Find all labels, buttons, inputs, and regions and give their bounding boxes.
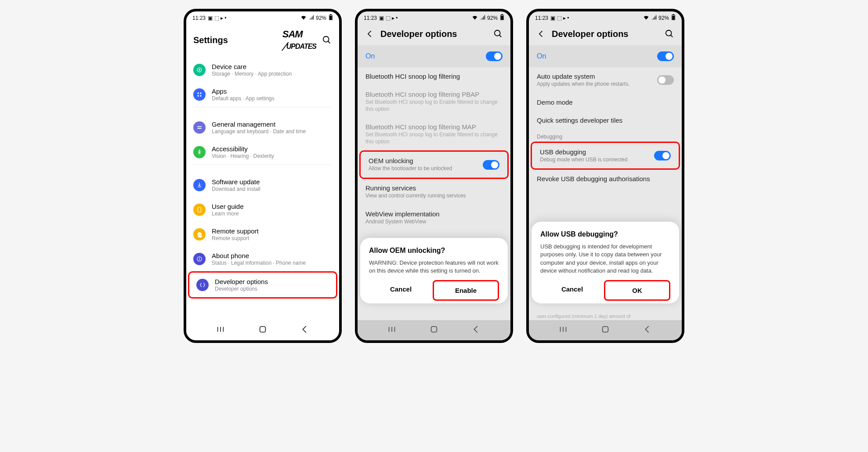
back-button[interactable] — [643, 324, 652, 336]
item-sub: Set Bluetooth HCI snoop log to Enable fi… — [365, 131, 503, 145]
battery-text: 92% — [487, 15, 498, 21]
item-sub: Learn more — [212, 211, 332, 217]
item-quick-settings-tiles[interactable]: Quick settings developer tiles — [529, 111, 682, 129]
svg-point-3 — [323, 36, 329, 42]
search-button[interactable] — [664, 29, 675, 39]
master-toggle-label: On — [537, 52, 657, 60]
software-update-icon — [193, 179, 206, 191]
battery-text: 92% — [316, 15, 326, 21]
dev-options-list: Auto update system Apply updates when th… — [529, 67, 682, 320]
status-icons-left: ▣ ⬚ ▸ • — [206, 15, 227, 21]
dialog-ok-button[interactable]: OK — [604, 280, 670, 301]
settings-item-remote-support[interactable]: Remote support Remote support — [186, 222, 339, 247]
item-oem-unlocking[interactable]: OEM unlocking Allow the bootloader to be… — [359, 150, 509, 179]
home-button[interactable] — [258, 324, 268, 336]
item-webview[interactable]: WebView implementation Android System We… — [358, 205, 510, 231]
dialog-title: Allow OEM unlocking? — [369, 247, 499, 255]
battery-icon — [670, 14, 676, 22]
svg-point-10 — [200, 95, 202, 97]
signal-icon — [479, 15, 486, 21]
back-button[interactable] — [300, 324, 310, 336]
signal-icon — [650, 15, 658, 21]
item-auto-update-system[interactable]: Auto update system Apply updates when th… — [529, 67, 682, 93]
settings-item-about-phone[interactable]: About phone Status · Legal information ·… — [186, 247, 339, 271]
item-title: Bluetooth HCI snoop log filtering PBAP — [365, 91, 503, 98]
item-demo-mode[interactable]: Demo mode — [529, 93, 682, 111]
item-sub: Debug mode when USB is connected — [540, 157, 654, 164]
svg-rect-1 — [330, 14, 332, 15]
svg-point-9 — [197, 95, 199, 97]
settings-item-user-guide[interactable]: User guide Learn more — [186, 197, 339, 222]
oem-unlock-toggle[interactable] — [483, 160, 499, 170]
settings-item-general-management[interactable]: General management Language and keyboard… — [186, 115, 339, 140]
item-running-services[interactable]: Running services View and control curren… — [358, 179, 510, 205]
svg-point-13 — [199, 149, 200, 151]
item-sub: Developer options — [215, 286, 329, 292]
search-button[interactable] — [322, 35, 332, 45]
phone-dev-options-usb: 11:23 ▣ ⬚ ▸ • 92% Developer options On A… — [526, 9, 684, 343]
settings-item-developer-options[interactable]: Developer options Developer options — [188, 271, 337, 299]
svg-rect-11 — [197, 126, 201, 127]
wifi-icon — [470, 15, 478, 21]
item-title: WebView implementation — [365, 210, 503, 218]
svg-rect-31 — [603, 327, 608, 332]
home-button[interactable] — [600, 324, 610, 336]
item-title: Accessibility — [212, 145, 332, 153]
master-toggle-row[interactable]: On — [529, 45, 682, 67]
usb-debugging-toggle[interactable] — [654, 151, 671, 160]
item-sub: View and control currently running servi… — [365, 193, 503, 200]
item-title: Apps — [212, 87, 332, 95]
settings-list: Device care Storage · Memory · App prote… — [186, 58, 339, 320]
item-sub: Set Bluetooth HCI snoop log to Enable fi… — [365, 99, 503, 113]
dialog-body: USB debugging is intended for developmen… — [540, 243, 670, 275]
dialog-cancel-button[interactable]: Cancel — [369, 280, 433, 301]
item-sub: Remote support — [212, 235, 332, 241]
dialog-enable-button[interactable]: Enable — [433, 280, 499, 301]
nav-bar — [529, 320, 682, 340]
svg-point-23 — [495, 30, 500, 36]
master-toggle[interactable] — [486, 51, 503, 61]
general-icon — [193, 121, 206, 134]
svg-rect-28 — [672, 16, 674, 20]
svg-line-24 — [499, 35, 502, 37]
master-toggle[interactable] — [657, 51, 674, 61]
user-guide-icon — [193, 204, 206, 216]
item-sub: Status · Legal information · Phone name — [212, 260, 332, 266]
home-button[interactable] — [429, 324, 439, 336]
item-title: Developer options — [215, 278, 329, 285]
recent-apps-button[interactable] — [558, 324, 568, 336]
dialog-body: WARNING: Device protection features will… — [369, 259, 499, 275]
item-bt-snoop-filtering[interactable]: Bluetooth HCI snoop log filtering — [358, 67, 510, 85]
device-care-icon — [193, 64, 206, 76]
item-bt-snoop-pbap: Bluetooth HCI snoop log filtering PBAP S… — [358, 85, 510, 118]
settings-item-device-care[interactable]: Device care Storage · Memory · App prote… — [186, 58, 339, 82]
item-revoke-usb-auth[interactable]: Revoke USB debugging authorisations — [529, 170, 682, 188]
svg-rect-21 — [501, 14, 503, 15]
settings-item-apps[interactable]: Apps Default apps · App settings — [186, 82, 339, 107]
svg-point-7 — [197, 92, 199, 94]
svg-rect-17 — [199, 259, 199, 260]
item-sub: Default apps · App settings — [212, 95, 332, 102]
item-title: Bluetooth HCI snoop log filtering — [365, 73, 503, 80]
item-sub: Storage · Memory · App protection — [212, 71, 332, 77]
back-button[interactable] — [365, 29, 375, 39]
header: Developer options — [358, 22, 510, 45]
recent-apps-button[interactable] — [387, 324, 397, 336]
item-usb-debugging[interactable]: USB debugging Debug mode when USB is con… — [531, 142, 680, 170]
settings-item-software-update[interactable]: Software update Download and install — [186, 173, 339, 197]
item-sub: Language and keyboard · Date and time — [212, 128, 332, 135]
wifi-icon — [299, 15, 307, 21]
back-button[interactable] — [471, 324, 481, 336]
status-time: 11:23 — [192, 15, 206, 21]
page-title: Developer options — [380, 29, 488, 39]
item-sub: Allow the bootloader to be unlocked — [369, 165, 483, 172]
search-button[interactable] — [493, 29, 503, 39]
dialog-cancel-button[interactable]: Cancel — [540, 280, 604, 301]
item-title: USB debugging — [540, 148, 654, 156]
settings-item-accessibility[interactable]: Accessibility Vision · Hearing · Dexteri… — [186, 140, 339, 164]
auto-update-toggle[interactable] — [657, 75, 674, 85]
master-toggle-label: On — [365, 52, 486, 60]
back-button[interactable] — [536, 29, 546, 39]
master-toggle-row[interactable]: On — [358, 45, 510, 67]
recent-apps-button[interactable] — [216, 324, 225, 336]
